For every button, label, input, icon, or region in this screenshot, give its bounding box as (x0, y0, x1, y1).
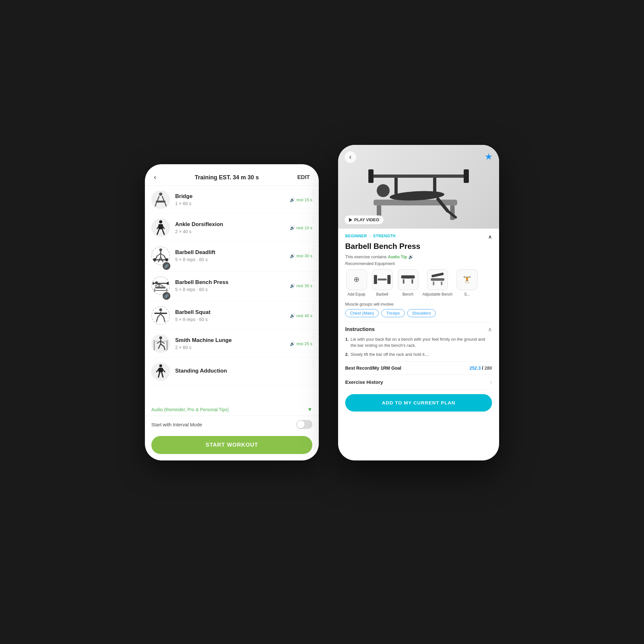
barbell-equipment-item[interactable]: Barbell (371, 269, 393, 297)
list-item[interactable]: Ankle Dorsiflexion 2 × 40 s 🔊rest 10 s ·… (145, 214, 319, 242)
edit-button[interactable]: EDIT (297, 174, 310, 181)
step-number: 1. (345, 336, 349, 349)
start-workout-button[interactable]: START WORKOUT (151, 436, 312, 454)
interval-mode-row: Start with Interval Mode (145, 416, 319, 433)
barbell-equipment-box (372, 269, 393, 290)
exercise-history-row[interactable]: Exercise History › (345, 375, 492, 390)
svg-line-8 (157, 229, 159, 234)
more-options[interactable]: ··· (310, 362, 316, 368)
play-video-label: PLAY VIDEO (354, 217, 379, 222)
add-equipment-box: ⊕ (346, 269, 367, 290)
back-label: ‹ (349, 153, 351, 161)
smith-machine-item[interactable]: 🏋️ S... (456, 269, 478, 297)
exercise-hero-image: ‹ ★ PLAY VIDEO (338, 145, 499, 229)
exercise-thumbnail (151, 362, 170, 381)
exercise-info: Ankle Dorsiflexion 2 × 40 s (175, 221, 287, 234)
collapse-detail-icon[interactable]: ∧ (488, 234, 492, 240)
record-goal: 280 (485, 365, 492, 371)
muscle-tag-shoulders[interactable]: Shoulders (407, 309, 436, 317)
svg-rect-42 (154, 340, 155, 351)
bench-equipment-item[interactable]: Bench (397, 269, 419, 297)
svg-point-6 (159, 220, 162, 223)
svg-line-3 (165, 203, 166, 206)
best-record-row: Best Record/My 1RM Goal 252.3 / 280 (345, 361, 492, 375)
list-item[interactable]: Standing Adduction ··· (145, 358, 319, 386)
exercise-tags: BEGINNER · STRENGTH ∧ (345, 234, 492, 240)
favorite-button[interactable]: ★ (485, 151, 493, 162)
rest-info: 🔊rest 25 s (287, 341, 312, 346)
more-options[interactable]: ··· (310, 334, 316, 340)
exercise-info: Barbell Deadlift 5 × 8 reps · 60 s (175, 249, 287, 262)
exercise-info: Barbell Bench Press 5 × 8 reps · 60 s (175, 279, 287, 292)
audio-tip-prefix: This exercise contains (345, 254, 387, 259)
play-video-button[interactable]: PLAY VIDEO (345, 215, 384, 224)
instructions-section: Instructions ∧ 1. Lie with your back fla… (345, 322, 492, 358)
instruction-step-1: 1. Lie with your back flat on a bench wi… (345, 336, 492, 349)
barbell-label: Barbell (376, 292, 388, 297)
more-options[interactable]: ··· (310, 306, 316, 312)
audio-chevron-icon: ▼ (307, 407, 312, 412)
exercise-thumbnail (151, 218, 170, 237)
add-equipment-label: Add Equip (347, 292, 365, 297)
svg-point-51 (159, 365, 162, 367)
detail-back-button[interactable]: ‹ (345, 151, 356, 163)
svg-point-0 (159, 193, 162, 196)
list-item[interactable]: Barbell Squat 5 × 8 reps · 60 s 🔊rest 40… (145, 302, 319, 330)
svg-line-38 (161, 314, 164, 317)
record-label: Best Record/My 1RM Goal (345, 365, 401, 371)
more-options[interactable]: ··· (310, 190, 316, 196)
more-options[interactable]: ··· (310, 218, 316, 224)
interval-mode-toggle[interactable] (296, 420, 312, 429)
exercise-name: Bridge (175, 193, 287, 200)
add-to-plan-button[interactable]: ADD TO MY CURRENT PLAN (345, 394, 492, 412)
svg-point-22 (165, 258, 168, 261)
exercise-name: Standing Adduction (175, 368, 312, 374)
bench-equipment-box (398, 269, 419, 290)
more-options[interactable]: ··· (310, 276, 316, 282)
left-phone: ‹ Training EST. 34 m 30 s EDIT (145, 164, 319, 460)
muscle-tags: Chest (Main) Triceps Shoulders (345, 309, 492, 317)
record-value: 252.3 / 280 (469, 365, 492, 371)
exercise-name: Ankle Dorsiflexion (175, 221, 287, 228)
svg-line-30 (159, 284, 163, 286)
exercise-name: Barbell Bench Press (175, 279, 287, 286)
svg-rect-65 (368, 169, 374, 183)
audio-tip-row: This exercise contains Audio Tip 🔊 (345, 254, 492, 259)
exercise-thumbnail (151, 334, 170, 353)
adjustable-bench-item[interactable]: Adjustable Bench (422, 269, 452, 297)
exercise-detail-content: BEGINNER · STRENGTH ∧ Barbell Bench Pres… (338, 229, 499, 460)
exercise-list: Bridge 1 × 60 s 🔊rest 15 s ··· (145, 186, 319, 403)
add-equipment-item[interactable]: ⊕ Add Equip (345, 269, 368, 297)
step-text: Slowly lift the bar off the rack and hol… (351, 351, 429, 358)
play-icon (349, 218, 352, 222)
muscle-tag-chest[interactable]: Chest (Main) (345, 309, 379, 317)
step-text: Lie with your back flat on a bench with … (351, 336, 492, 349)
more-options[interactable]: ··· (310, 246, 316, 252)
exercise-info: Barbell Squat 5 × 8 reps · 60 s (175, 309, 287, 322)
instructions-collapse-button[interactable]: ∧ (488, 326, 492, 333)
rest-info: 🔊rest 30 s (287, 253, 312, 258)
list-item[interactable]: Barbell Deadlift 5 × 8 reps · 60 s 🔊rest… (145, 242, 319, 272)
list-item[interactable]: Smith Machine Lunge 2 × 60 s 🔊rest 25 s … (145, 330, 319, 358)
svg-line-4 (157, 196, 159, 201)
list-item[interactable]: Barbell Bench Press 5 × 8 reps · 60 s 🔊r… (145, 272, 319, 302)
exercise-meta: 2 × 40 s (175, 229, 287, 234)
list-item[interactable]: Bridge 1 × 60 s 🔊rest 15 s ··· (145, 186, 319, 214)
adjustable-bench-label: Adjustable Bench (422, 292, 452, 297)
back-button[interactable]: ‹ (154, 173, 156, 182)
rest-info: 🔊rest 40 s (287, 313, 312, 318)
svg-point-33 (167, 282, 169, 285)
add-equipment-icon: ⊕ (354, 275, 359, 284)
workout-header: ‹ Training EST. 34 m 30 s EDIT (145, 164, 319, 186)
svg-line-54 (162, 372, 163, 377)
audio-tip-link[interactable]: Audio Tip 🔊 (388, 254, 413, 259)
svg-line-49 (161, 344, 164, 346)
workout-title: Training EST. 34 m 30 s (195, 174, 259, 181)
exercise-name: Barbell Squat (175, 309, 287, 316)
instruction-list: 1. Lie with your back flat on a bench wi… (345, 336, 492, 358)
exercise-info: Smith Machine Lunge 2 × 60 s (175, 337, 287, 350)
link-badge: 🔗 (163, 292, 170, 300)
rest-info: 🔊rest 10 s (287, 225, 312, 230)
muscle-tag-triceps[interactable]: Triceps (381, 309, 404, 317)
audio-reminder-row[interactable]: Audio (Reminder, Pro & Personal Tips) ▼ (145, 403, 319, 416)
